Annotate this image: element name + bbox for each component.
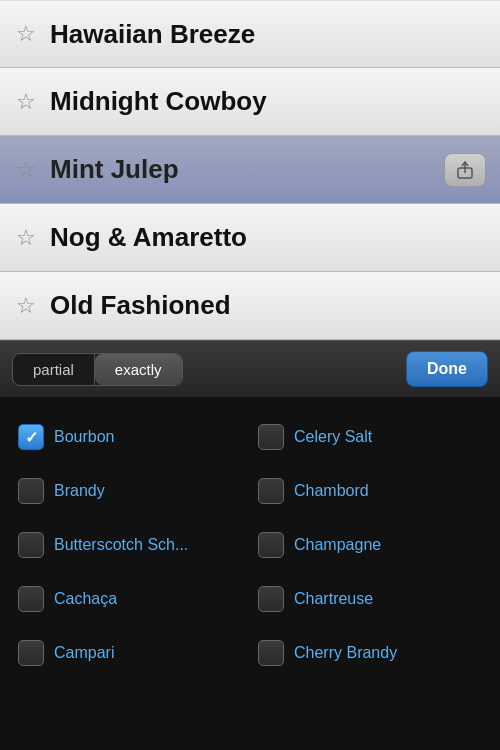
ingredient-label-celery-salt: Celery Salt — [294, 428, 372, 446]
ingredient-item-cachaca[interactable]: Cachaça — [10, 572, 250, 626]
checkbox-chambord[interactable] — [258, 478, 284, 504]
star-icon[interactable]: ☆ — [16, 157, 36, 183]
ingredient-item-chambord[interactable]: Chambord — [250, 464, 490, 518]
ingredient-item-campari[interactable]: Campari — [10, 626, 250, 680]
ingredient-label-chambord: Chambord — [294, 482, 369, 500]
cocktail-list: ☆Hawaiian Breeze☆Midnight Cowboy☆Mint Ju… — [0, 0, 500, 340]
list-item-label: Midnight Cowboy — [50, 86, 267, 117]
ingredient-label-butterscotch: Butterscotch Sch... — [54, 536, 188, 554]
list-item-2[interactable]: ☆Midnight Cowboy — [0, 68, 500, 136]
ingredient-label-brandy: Brandy — [54, 482, 105, 500]
ingredient-label-cherry-brandy: Cherry Brandy — [294, 644, 397, 662]
ingredients-grid: BourbonCelery SaltBrandyChambordButtersc… — [0, 398, 500, 746]
ingredient-item-cherry-brandy[interactable]: Cherry Brandy — [250, 626, 490, 680]
checkbox-butterscotch[interactable] — [18, 532, 44, 558]
ingredient-label-campari: Campari — [54, 644, 114, 662]
exactly-button[interactable]: exactly — [95, 354, 182, 385]
ingredient-item-butterscotch[interactable]: Butterscotch Sch... — [10, 518, 250, 572]
checkbox-champagne[interactable] — [258, 532, 284, 558]
star-icon[interactable]: ☆ — [16, 293, 36, 319]
checkbox-bourbon[interactable] — [18, 424, 44, 450]
ingredient-label-chartreuse: Chartreuse — [294, 590, 373, 608]
list-item-5[interactable]: ☆Old Fashioned — [0, 272, 500, 340]
filter-bar: partial exactly Done — [0, 340, 500, 398]
ingredient-label-cachaca: Cachaça — [54, 590, 117, 608]
partial-button[interactable]: partial — [13, 354, 94, 385]
list-item-label: Nog & Amaretto — [50, 222, 247, 253]
star-icon[interactable]: ☆ — [16, 225, 36, 251]
ingredient-item-celery-salt[interactable]: Celery Salt — [250, 410, 490, 464]
ingredient-item-bourbon[interactable]: Bourbon — [10, 410, 250, 464]
star-icon[interactable]: ☆ — [16, 21, 36, 47]
list-item-4[interactable]: ☆Nog & Amaretto — [0, 204, 500, 272]
list-item-label: Old Fashioned — [50, 290, 231, 321]
checkbox-brandy[interactable] — [18, 478, 44, 504]
checkbox-chartreuse[interactable] — [258, 586, 284, 612]
checkbox-cherry-brandy[interactable] — [258, 640, 284, 666]
ingredient-item-champagne[interactable]: Champagne — [250, 518, 490, 572]
ingredient-item-chartreuse[interactable]: Chartreuse — [250, 572, 490, 626]
share-button[interactable] — [444, 153, 486, 187]
segment-control: partial exactly — [12, 353, 183, 386]
list-item-1[interactable]: ☆Hawaiian Breeze — [0, 0, 500, 68]
page-dots — [0, 746, 500, 750]
list-item-3[interactable]: ☆Mint Julep — [0, 136, 500, 204]
checkbox-celery-salt[interactable] — [258, 424, 284, 450]
ingredient-label-bourbon: Bourbon — [54, 428, 115, 446]
star-icon[interactable]: ☆ — [16, 89, 36, 115]
done-button[interactable]: Done — [406, 351, 488, 387]
ingredient-item-brandy[interactable]: Brandy — [10, 464, 250, 518]
list-item-label: Hawaiian Breeze — [50, 19, 255, 50]
ingredient-label-champagne: Champagne — [294, 536, 381, 554]
checkbox-campari[interactable] — [18, 640, 44, 666]
checkbox-cachaca[interactable] — [18, 586, 44, 612]
list-item-label: Mint Julep — [50, 154, 179, 185]
